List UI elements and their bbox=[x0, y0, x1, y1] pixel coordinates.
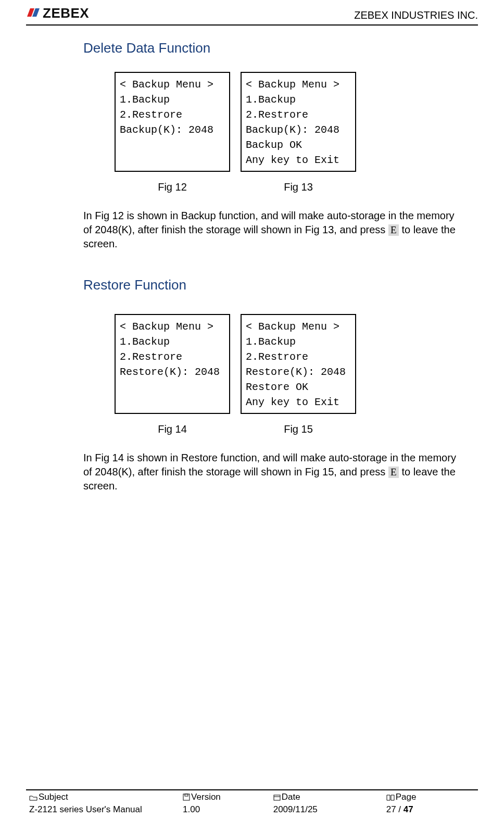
footer-value-version: 1.00 bbox=[180, 804, 270, 815]
screen-line: 1.Backup bbox=[120, 94, 170, 106]
screen-fig13: < Backup Menu > 1.Backup 2.Restrore Back… bbox=[241, 72, 356, 172]
screen-line: < Backup Menu > bbox=[120, 321, 213, 333]
footer-label: Page bbox=[396, 792, 417, 802]
footer-divider bbox=[26, 789, 478, 790]
svg-rect-2 bbox=[183, 794, 190, 800]
caption-fig13: Fig 13 bbox=[241, 181, 356, 193]
keycap-e: E bbox=[388, 467, 399, 478]
screen-line: 1.Backup bbox=[246, 336, 296, 348]
page-current: 27 bbox=[386, 804, 396, 814]
screen-line: Restore(K): 2048 bbox=[120, 366, 220, 378]
book-icon bbox=[386, 793, 395, 803]
figure-row-delete: < Backup Menu > 1.Backup 2.Restrore Back… bbox=[115, 72, 457, 172]
screen-line: Any key to Exit bbox=[246, 154, 339, 166]
header-row: ZEBEX ZEBEX INDUSTRIES INC. bbox=[26, 5, 478, 23]
screen-line: 2.Restrore bbox=[120, 351, 182, 363]
folder-icon bbox=[29, 793, 37, 803]
paragraph-delete: In Fig 12 is shown in Backup function, a… bbox=[83, 209, 457, 251]
caption-fig15: Fig 15 bbox=[241, 423, 356, 435]
screen-line: 1.Backup bbox=[120, 336, 170, 348]
screen-fig15: < Backup Menu > 1.Backup 2.Restrore Rest… bbox=[241, 314, 356, 414]
screen-line: Backup(K): 2048 bbox=[120, 124, 213, 136]
screen-line: Restore OK bbox=[246, 381, 308, 393]
screen-line: Restore(K): 2048 bbox=[246, 366, 346, 378]
screen-line: Backup(K): 2048 bbox=[246, 124, 339, 136]
footer-header-version: Version bbox=[180, 791, 270, 804]
calendar-icon bbox=[273, 793, 281, 803]
page-sep: / bbox=[396, 804, 404, 814]
screen-fig12: < Backup Menu > 1.Backup 2.Restrore Back… bbox=[115, 72, 230, 172]
footer-value-row: Z-2121 series User's Manual 1.00 2009/11… bbox=[26, 804, 478, 815]
section-title-restore: Restore Function bbox=[83, 277, 457, 293]
header-divider bbox=[26, 24, 478, 26]
footer-label: Version bbox=[191, 792, 221, 802]
screen-fig14: < Backup Menu > 1.Backup 2.Restrore Rest… bbox=[115, 314, 230, 414]
keycap-e: E bbox=[388, 224, 399, 236]
footer-header-row: Subject Version Date Page bbox=[26, 791, 478, 804]
screen-line: 2.Restrore bbox=[120, 109, 182, 121]
footer-header-subject: Subject bbox=[26, 791, 180, 804]
caption-fig14: Fig 14 bbox=[115, 423, 230, 435]
disk-icon bbox=[183, 793, 190, 803]
screen-line: < Backup Menu > bbox=[246, 321, 339, 333]
page: ZEBEX ZEBEX INDUSTRIES INC. Delete Data … bbox=[0, 0, 504, 831]
content: Delete Data Function < Backup Menu > 1.B… bbox=[26, 40, 478, 493]
footer-value-date: 2009/11/25 bbox=[270, 804, 383, 815]
footer: Subject Version Date Page bbox=[26, 789, 478, 815]
screen-line: 1.Backup bbox=[246, 94, 296, 106]
screen-line: < Backup Menu > bbox=[120, 79, 213, 91]
footer-header-page: Page bbox=[383, 791, 478, 804]
footer-label: Subject bbox=[39, 792, 68, 802]
caption-fig12: Fig 12 bbox=[115, 181, 230, 193]
logo: ZEBEX bbox=[26, 5, 89, 21]
caption-row-restore: Fig 14 Fig 15 bbox=[115, 423, 457, 435]
screen-line: 2.Restrore bbox=[246, 109, 308, 121]
figure-row-restore: < Backup Menu > 1.Backup 2.Restrore Rest… bbox=[115, 314, 457, 414]
logo-text: ZEBEX bbox=[43, 5, 89, 21]
section-title-delete: Delete Data Function bbox=[83, 40, 457, 56]
caption-row-delete: Fig 12 Fig 13 bbox=[115, 181, 457, 193]
screen-line: Any key to Exit bbox=[246, 396, 339, 408]
footer-table: Subject Version Date Page bbox=[26, 791, 478, 815]
screen-line: 2.Restrore bbox=[246, 351, 308, 363]
company-name: ZEBEX INDUSTRIES INC. bbox=[354, 9, 478, 21]
footer-label: Date bbox=[282, 792, 300, 802]
svg-rect-4 bbox=[274, 795, 280, 800]
footer-header-date: Date bbox=[270, 791, 383, 804]
page-total: 47 bbox=[404, 804, 413, 814]
logo-mark-icon bbox=[26, 6, 42, 21]
paragraph-restore: In Fig 14 is shown in Restore function, … bbox=[83, 451, 457, 493]
svg-rect-3 bbox=[185, 794, 188, 796]
screen-line: Backup OK bbox=[246, 139, 302, 151]
screen-line: < Backup Menu > bbox=[246, 79, 339, 91]
footer-value-page: 27 / 47 bbox=[383, 804, 478, 815]
footer-value-subject: Z-2121 series User's Manual bbox=[26, 804, 180, 815]
